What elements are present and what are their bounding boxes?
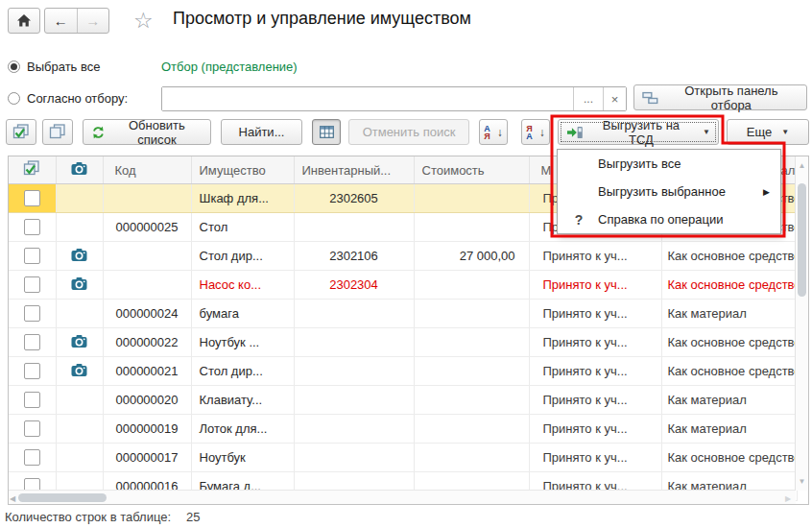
- open-filter-panel-button[interactable]: Открыть панель отбора: [633, 84, 807, 110]
- cell-inventory: [294, 444, 414, 472]
- refresh-list-label: Обновить список: [111, 118, 203, 147]
- header-inventory[interactable]: Инвентарный...: [294, 156, 414, 184]
- header-name[interactable]: Имущество: [191, 156, 294, 184]
- row-checkbox[interactable]: [24, 420, 40, 437]
- row-checkbox[interactable]: [24, 449, 40, 466]
- filter-choose-button[interactable]: ...: [573, 87, 603, 110]
- cell-kind: Как основное средство: [661, 357, 797, 386]
- row-select-cell[interactable]: [9, 271, 56, 300]
- row-select-cell[interactable]: [9, 444, 56, 472]
- app-window: ← → ☆ Просмотр и управление имуществом В…: [0, 0, 812, 528]
- cell-inventory: [294, 213, 414, 242]
- cell-inventory: 2302106: [294, 242, 414, 271]
- cell-kind: Как материал: [661, 415, 797, 444]
- find-label: Найти...: [239, 125, 285, 139]
- header-code[interactable]: Код: [103, 156, 191, 184]
- row-checkbox[interactable]: [24, 392, 40, 408]
- camera-icon: [71, 335, 87, 348]
- radio-select-all-circle[interactable]: [8, 60, 20, 73]
- cell-name: Шкаф для...: [191, 184, 294, 213]
- row-select-cell[interactable]: [9, 415, 56, 444]
- cell-inventory: [294, 328, 414, 357]
- cell-code: [103, 271, 191, 300]
- more-button[interactable]: Еще ▼: [727, 119, 809, 145]
- table-grid-icon: [320, 126, 334, 138]
- find-button[interactable]: Найти...: [221, 119, 302, 145]
- menu-item-operation-help[interactable]: ? Справка по операции: [558, 205, 780, 233]
- filter-input[interactable]: [162, 87, 573, 110]
- cell-kind: Как материал: [661, 300, 797, 328]
- horizontal-scrollbar[interactable]: ◀ ▶: [9, 490, 796, 504]
- cell-name: Стол дир...: [191, 357, 294, 386]
- cell-name: Клавиату...: [191, 386, 294, 415]
- row-checkbox[interactable]: [24, 219, 40, 235]
- more-label: Еще: [747, 125, 772, 139]
- select-all-rows-button[interactable]: [6, 119, 36, 145]
- row-camera-cell: [56, 415, 103, 444]
- table-row[interactable]: 000000022 Ноутбук ... Принято к уч... Ка…: [9, 328, 797, 357]
- filter-representation-link[interactable]: Отбор (представление): [161, 60, 298, 74]
- cell-name: Ноутбук: [191, 444, 294, 472]
- table-row[interactable]: Насос ко... 2302304 Принято к уч... Как …: [9, 271, 797, 300]
- row-checkbox[interactable]: [24, 248, 40, 264]
- clear-selection-button[interactable]: [42, 119, 73, 145]
- header-photo-column[interactable]: [56, 156, 103, 184]
- table-row[interactable]: Стол дир... 2302106 27 000,00 Принято к …: [9, 242, 797, 271]
- scroll-down-icon[interactable]: ▼: [796, 477, 808, 486]
- tsd-dropdown-caret-icon: ▼: [703, 128, 710, 136]
- refresh-list-button[interactable]: Обновить список: [83, 119, 211, 145]
- table-row[interactable]: 000000017 Ноутбук Принято к уч... Как ос…: [9, 444, 797, 472]
- row-select-cell[interactable]: [9, 328, 56, 357]
- radio-select-all[interactable]: Выбрать все: [8, 60, 100, 74]
- header-select-docs-icon: [23, 160, 40, 177]
- row-select-cell[interactable]: [9, 386, 56, 415]
- row-camera-cell: [56, 300, 103, 328]
- radio-by-filter[interactable]: Согласно отбору:: [8, 91, 128, 106]
- scroll-right-icon[interactable]: ▶: [785, 494, 795, 503]
- table-row[interactable]: 000000019 Лоток для... Принято к уч... К…: [9, 415, 797, 444]
- row-checkbox[interactable]: [24, 190, 40, 206]
- cancel-search-label: Отменить поиск: [363, 125, 456, 139]
- row-select-cell[interactable]: [9, 300, 56, 328]
- row-select-cell[interactable]: [9, 357, 56, 386]
- row-checkbox[interactable]: [24, 276, 40, 293]
- table-row[interactable]: 000000024 бумага Принято к уч... Как мат…: [9, 300, 797, 328]
- row-select-cell[interactable]: [9, 184, 56, 213]
- header-cost[interactable]: Стоимость: [414, 156, 529, 184]
- home-button[interactable]: [8, 8, 40, 34]
- table-row[interactable]: 000000021 Стол дир... Принято к уч... Ка…: [9, 357, 797, 386]
- forward-button[interactable]: →: [77, 9, 109, 33]
- cell-cost: [414, 444, 529, 472]
- table-view-button[interactable]: [312, 119, 341, 145]
- cell-cost: [414, 184, 529, 213]
- sort-ascending-button[interactable]: А Я ↓: [479, 119, 508, 145]
- row-camera-cell: [56, 357, 103, 386]
- favorite-star-icon[interactable]: ☆: [133, 8, 154, 33]
- row-select-cell[interactable]: [9, 213, 56, 242]
- vertical-scroll-thumb[interactable]: [798, 183, 806, 297]
- cell-kind: Как основное средство: [661, 271, 797, 300]
- row-checkbox[interactable]: [24, 334, 40, 350]
- cell-cost: [414, 328, 529, 357]
- row-camera-cell: [56, 328, 103, 357]
- horizontal-scroll-thumb[interactable]: [18, 493, 107, 502]
- filter-clear-button[interactable]: ×: [603, 87, 626, 110]
- radio-by-filter-circle[interactable]: [8, 92, 20, 105]
- cell-status: Принято к уч...: [529, 328, 661, 357]
- vertical-scrollbar[interactable]: ▲ ▼: [795, 156, 808, 491]
- menu-item-upload-selected[interactable]: Выгрузить выбранное ▶: [558, 178, 780, 205]
- upload-to-tsd-button[interactable]: Выгрузить на ТСД ▼: [558, 119, 719, 145]
- row-checkbox[interactable]: [24, 305, 40, 322]
- radio-by-filter-label: Согласно отбору:: [27, 91, 128, 106]
- row-select-cell[interactable]: [9, 242, 56, 271]
- sort-descending-button[interactable]: Я А ↓: [521, 119, 550, 145]
- row-checkbox[interactable]: [24, 363, 40, 379]
- table-row[interactable]: 000000020 Клавиату... Принято к уч... Ка…: [9, 386, 797, 415]
- camera-icon: [71, 277, 87, 290]
- back-button[interactable]: ←: [45, 9, 77, 33]
- menu-item-upload-all[interactable]: Выгрузить все: [558, 150, 780, 178]
- scroll-up-icon[interactable]: ▲: [796, 161, 808, 170]
- cell-code: 000000020: [103, 386, 191, 415]
- header-select-column[interactable]: [9, 156, 56, 184]
- row-count-value: 25: [186, 510, 200, 524]
